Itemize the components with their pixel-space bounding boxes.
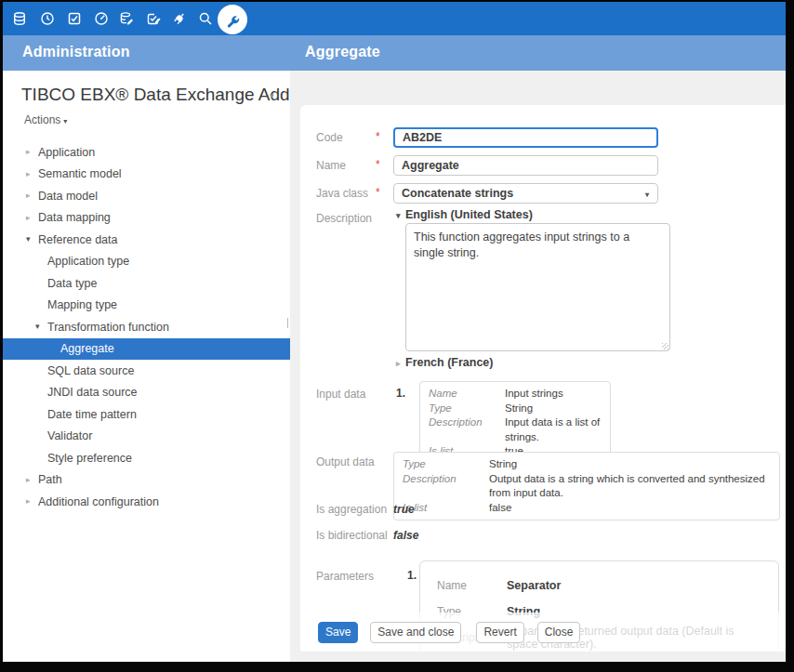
chevron-right-icon bbox=[26, 497, 38, 506]
chevron-right-icon bbox=[396, 359, 405, 368]
tree-item-application-type[interactable]: Application type bbox=[3, 251, 290, 273]
chevron-down-icon bbox=[396, 211, 405, 220]
tree-item-validator[interactable]: Validator bbox=[3, 426, 290, 448]
code-input[interactable] bbox=[393, 127, 658, 148]
is-bidirectional-value: false bbox=[393, 529, 418, 542]
required-marker: * bbox=[376, 186, 380, 199]
chevron-down-icon bbox=[35, 323, 47, 331]
code-label: Code bbox=[316, 131, 343, 144]
item-index: 1. bbox=[407, 569, 417, 582]
is-bidirectional-label: Is bidirectional bbox=[316, 529, 388, 542]
tree-item-transformation-function[interactable]: Transformation function bbox=[3, 316, 290, 338]
chevron-right-icon bbox=[26, 191, 38, 200]
is-aggregation-value: true bbox=[393, 503, 415, 516]
sidebar: TIBCO EBX® Data Exchange Add-on ▾ Action… bbox=[3, 71, 290, 662]
header-band: Administration Aggregate bbox=[3, 35, 786, 71]
description-label: Description bbox=[316, 212, 372, 225]
save-button[interactable]: Save bbox=[318, 622, 358, 643]
required-marker: * bbox=[376, 130, 380, 143]
tree-item-path[interactable]: Path bbox=[3, 469, 290, 492]
item-index: 1. bbox=[396, 387, 405, 400]
resize-handle[interactable] bbox=[662, 343, 668, 349]
tree-item-date-time-pattern[interactable]: Date time pattern bbox=[3, 403, 290, 426]
locale-french-toggle[interactable]: French (France) bbox=[396, 356, 493, 369]
database-edit-icon[interactable] bbox=[119, 11, 134, 26]
java-class-select[interactable]: Concatenate strings ▾ bbox=[393, 183, 658, 204]
parameters-label: Parameters bbox=[316, 570, 374, 583]
tree-item-application[interactable]: Application bbox=[3, 141, 290, 164]
is-aggregation-label: Is aggregation bbox=[316, 503, 387, 516]
tree-item-data-model[interactable]: Data model bbox=[3, 185, 290, 207]
database-icon[interactable] bbox=[12, 11, 27, 26]
plug-icon[interactable] bbox=[172, 11, 187, 26]
tree-item-additional-configuration[interactable]: Additional configuration bbox=[3, 491, 290, 513]
main-pane: Code * Name * Java class * Concatenate s… bbox=[290, 71, 786, 662]
description-english-textarea[interactable]: This function aggregates input strings t… bbox=[405, 223, 670, 351]
chevron-down-icon bbox=[26, 235, 38, 244]
dial-icon[interactable] bbox=[94, 11, 109, 26]
chevron-down-icon: ▾ bbox=[645, 191, 649, 199]
panel-title-administration: Administration bbox=[22, 44, 130, 60]
tree-item-jndi-data-source[interactable]: JNDI data source bbox=[3, 382, 290, 404]
tree-item-data-mapping[interactable]: Data mapping bbox=[3, 207, 290, 230]
record-form: Code * Name * Java class * Concatenate s… bbox=[300, 105, 786, 651]
clock-icon[interactable] bbox=[40, 11, 55, 26]
tree-item-sql-data-source[interactable]: SQL data source bbox=[3, 360, 290, 382]
output-data-label: Output data bbox=[316, 455, 375, 468]
checkbox-icon[interactable] bbox=[67, 11, 82, 26]
input-data-label: Input data bbox=[316, 388, 365, 401]
chevron-down-icon: ▾ bbox=[63, 117, 67, 125]
chevron-right-icon bbox=[26, 214, 38, 222]
name-input[interactable] bbox=[393, 155, 658, 176]
locale-english-toggle[interactable]: English (United States) bbox=[396, 208, 533, 221]
search-icon[interactable] bbox=[198, 11, 213, 26]
output-data-box: TypeString DescriptionOutput data is a s… bbox=[393, 452, 780, 520]
footer-toolbar: Save Save and close Revert Close bbox=[302, 613, 786, 652]
navigation-tree: Application Semantic model Data model Da… bbox=[3, 141, 290, 513]
close-button[interactable]: Close bbox=[537, 622, 581, 643]
save-and-close-button[interactable]: Save and close bbox=[370, 622, 461, 643]
tree-item-style-preference[interactable]: Style preference bbox=[3, 447, 290, 469]
top-toolbar bbox=[3, 2, 786, 35]
actions-menu[interactable]: Actions▾ bbox=[24, 113, 67, 126]
name-label: Name bbox=[316, 159, 346, 172]
wrench-icon[interactable] bbox=[218, 5, 247, 34]
tree-item-data-type[interactable]: Data type bbox=[3, 272, 290, 295]
chevron-right-icon bbox=[26, 148, 38, 156]
tree-item-semantic-model[interactable]: Semantic model bbox=[3, 164, 290, 186]
java-class-label: Java class bbox=[316, 187, 368, 200]
tree-item-reference-data[interactable]: Reference data bbox=[3, 229, 290, 251]
chevron-down-icon[interactable]: ▾ bbox=[270, 91, 274, 100]
required-marker: * bbox=[376, 158, 380, 171]
tree-item-mapping-type[interactable]: Mapping type bbox=[3, 295, 290, 317]
revert-button[interactable]: Revert bbox=[476, 622, 523, 643]
form-edit-icon[interactable] bbox=[146, 11, 161, 26]
chevron-right-icon bbox=[26, 170, 38, 178]
app-window: Administration Aggregate TIBCO EBX® Data… bbox=[0, 0, 794, 672]
chevron-right-icon bbox=[26, 476, 38, 484]
tree-item-aggregate[interactable]: Aggregate bbox=[3, 338, 290, 361]
panel-title-aggregate: Aggregate bbox=[305, 44, 380, 60]
